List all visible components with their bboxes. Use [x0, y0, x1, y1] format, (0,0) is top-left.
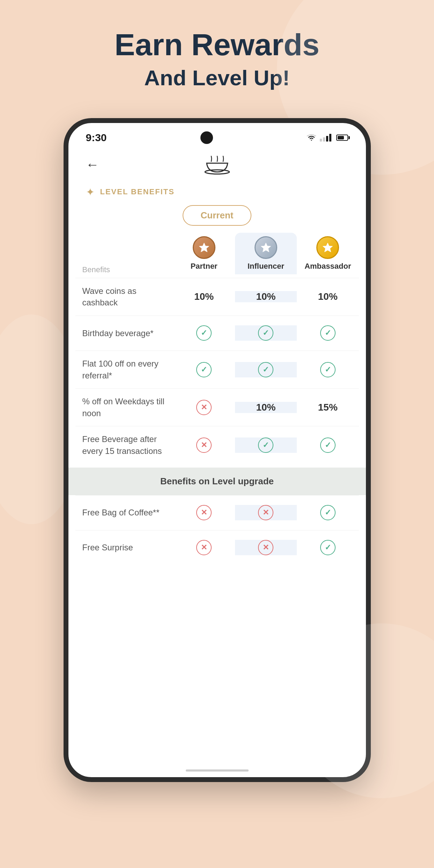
benefit-label: Free Beverage after every 15 transaction…: [75, 426, 173, 464]
check-icon: ✓: [320, 540, 336, 555]
ambassador-value: 15%: [297, 402, 359, 413]
partner-value: 10%: [173, 291, 235, 302]
cross-icon: ✕: [196, 540, 212, 555]
cross-icon: ✕: [258, 540, 273, 555]
table-row: Wave coins as cashback 10% 10% 10%: [75, 278, 359, 316]
status-icons: [307, 134, 348, 142]
battery-icon: [336, 135, 348, 141]
check-icon: ✓: [258, 362, 273, 377]
partner-value: ✕: [173, 540, 235, 555]
check-icon: ✓: [320, 437, 336, 453]
app-logo: [201, 154, 233, 175]
influencer-value: ✓: [235, 325, 297, 341]
cross-icon: ✕: [196, 437, 212, 453]
signal-icon: [320, 134, 331, 142]
benefit-label: Flat 100 off on every referral*: [75, 351, 173, 388]
upgrade-section-title: Benefits on Level upgrade: [160, 476, 274, 486]
check-icon: ✓: [320, 325, 336, 341]
influencer-badge: [255, 236, 277, 259]
benefit-label: Free Bag of Coffee**: [75, 500, 173, 526]
upgrade-benefits-table: Free Bag of Coffee** ✕ ✕ ✓ Free Surprise…: [68, 495, 366, 565]
check-icon: ✓: [320, 505, 336, 520]
app-header: ←: [68, 147, 366, 179]
cross-icon: ✕: [196, 505, 212, 520]
upgrade-section: Benefits on Level upgrade: [68, 468, 366, 495]
svg-marker-1: [199, 243, 209, 252]
table-row: Flat 100 off on every referral* ✓ ✓ ✓: [75, 350, 359, 388]
table-header-row: Benefits Partner Influencer: [75, 233, 359, 278]
coffee-cup-icon: [201, 154, 233, 175]
benefit-label: Free Surprise: [75, 535, 173, 560]
influencer-value: 10%: [235, 291, 297, 302]
partner-badge: [193, 236, 215, 259]
benefit-label: Wave coins as cashback: [75, 278, 173, 316]
benefit-label: Birthday beverage*: [75, 320, 173, 346]
benefits-col-label: Benefits: [75, 265, 173, 274]
partner-value: ✕: [173, 437, 235, 453]
section-header: ✦ LEVEL BENEFITS: [68, 179, 366, 202]
benefits-table: Benefits Partner Influencer: [68, 233, 366, 464]
wifi-icon: [307, 134, 316, 142]
svg-marker-3: [323, 243, 333, 252]
check-icon: ✓: [320, 362, 336, 377]
section-title: LEVEL BENEFITS: [100, 187, 175, 196]
cross-icon: ✕: [196, 400, 212, 415]
ambassador-value: ✓: [297, 325, 359, 341]
hero-title: Earn Rewards: [115, 28, 319, 62]
check-icon: ✓: [258, 437, 273, 453]
influencer-value: ✕: [235, 505, 297, 520]
ambassador-value: ✓: [297, 437, 359, 453]
influencer-value: ✓: [235, 437, 297, 453]
ambassador-col-header: Ambassador: [297, 236, 359, 274]
phone-mockup: 9:30 ←: [64, 118, 371, 782]
svg-marker-2: [261, 243, 271, 252]
hero-subtitle: And Level Up!: [144, 65, 290, 90]
current-tab[interactable]: Current: [183, 205, 252, 226]
sparkle-icon: ✦: [86, 186, 95, 198]
check-icon: ✓: [196, 362, 212, 377]
table-row: Free Bag of Coffee** ✕ ✕ ✓: [75, 495, 359, 530]
ambassador-badge: [316, 236, 339, 259]
benefit-label: % off on Weekdays till noon: [75, 389, 173, 426]
table-row: % off on Weekdays till noon ✕ 10% 15%: [75, 388, 359, 426]
influencer-col-header: Influencer: [235, 233, 297, 274]
ambassador-value: ✓: [297, 505, 359, 520]
partner-value: ✓: [173, 362, 235, 377]
ambassador-tier-name: Ambassador: [304, 262, 351, 271]
cross-icon: ✕: [258, 505, 273, 520]
influencer-tier-name: Influencer: [248, 262, 284, 271]
partner-value: ✕: [173, 400, 235, 415]
partner-value: ✓: [173, 325, 235, 341]
check-icon: ✓: [258, 325, 273, 341]
tab-container: Current: [68, 205, 366, 226]
influencer-value: 10%: [235, 402, 297, 413]
check-icon: ✓: [196, 325, 212, 341]
ambassador-value: 10%: [297, 291, 359, 302]
table-row: Free Beverage after every 15 transaction…: [75, 426, 359, 464]
back-button[interactable]: ←: [86, 157, 99, 172]
partner-col-header: Partner: [173, 236, 235, 274]
home-indicator: [186, 769, 249, 772]
influencer-value: ✓: [235, 362, 297, 377]
camera-cutout: [200, 131, 213, 144]
table-row: Birthday beverage* ✓ ✓ ✓: [75, 316, 359, 350]
status-time: 9:30: [86, 132, 107, 144]
partner-tier-name: Partner: [191, 262, 218, 271]
ambassador-value: ✓: [297, 540, 359, 555]
influencer-value: ✕: [235, 540, 297, 555]
ambassador-value: ✓: [297, 362, 359, 377]
partner-value: ✕: [173, 505, 235, 520]
status-bar: 9:30: [68, 123, 366, 147]
table-row: Free Surprise ✕ ✕ ✓: [75, 530, 359, 565]
